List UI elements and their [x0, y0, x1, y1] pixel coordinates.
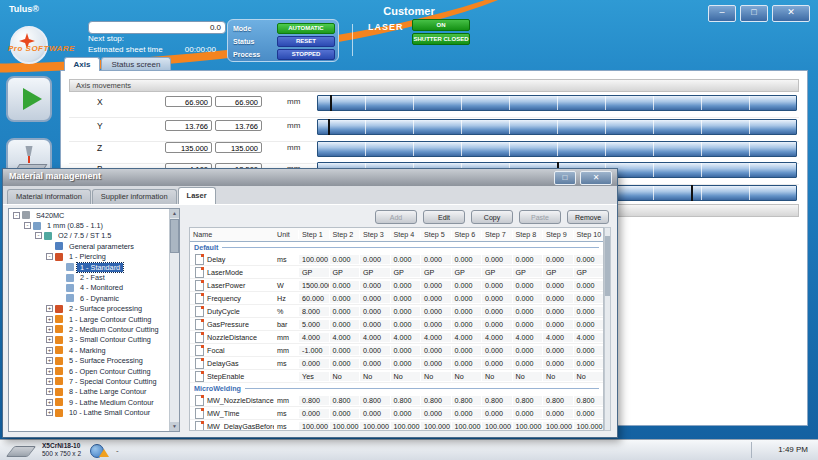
- step-value-cell[interactable]: No: [420, 372, 451, 381]
- step-value-cell[interactable]: 0.000: [359, 359, 390, 368]
- step-value-cell[interactable]: 0.000: [390, 281, 421, 290]
- step-value-cell[interactable]: 0.000: [512, 359, 543, 368]
- step-value-cell[interactable]: 4.000: [451, 333, 482, 342]
- step-value-cell[interactable]: 0.000: [359, 409, 390, 418]
- step-value-cell[interactable]: 0.000: [390, 255, 421, 264]
- step-value-cell[interactable]: 0.000: [542, 409, 573, 418]
- step-value-cell[interactable]: 0.000: [512, 409, 543, 418]
- axis-target-field[interactable]: 135.000: [215, 142, 262, 153]
- step-value-cell[interactable]: GP: [451, 268, 482, 277]
- step-value-cell[interactable]: GP: [512, 268, 543, 277]
- expand-icon[interactable]: +: [46, 326, 53, 333]
- step-value-cell[interactable]: 0.800: [298, 396, 329, 405]
- step-value-cell[interactable]: No: [390, 372, 421, 381]
- step-value-cell[interactable]: GP: [481, 268, 512, 277]
- collapse-icon[interactable]: -: [13, 212, 20, 219]
- step-value-cell[interactable]: 0.800: [512, 396, 543, 405]
- step-value-cell[interactable]: 0.000: [481, 320, 512, 329]
- axis-slider[interactable]: [317, 141, 797, 157]
- step-value-cell[interactable]: 0.000: [542, 307, 573, 316]
- step-value-cell[interactable]: 100.000: [298, 422, 329, 431]
- step-value-cell[interactable]: 100.000: [512, 422, 543, 431]
- step-value-cell[interactable]: No: [481, 372, 512, 381]
- step-value-cell[interactable]: 0.000: [329, 320, 360, 329]
- step-value-cell[interactable]: 0.000: [512, 255, 543, 264]
- step-value-cell[interactable]: 0.000: [573, 359, 604, 368]
- start-button[interactable]: [6, 76, 52, 122]
- step-value-cell[interactable]: 100.000: [420, 422, 451, 431]
- step-value-cell[interactable]: 4.000: [390, 333, 421, 342]
- dialog-close-button[interactable]: ✕: [580, 171, 612, 185]
- step-value-cell[interactable]: 0.000: [329, 346, 360, 355]
- step-value-cell[interactable]: 100.000: [481, 422, 512, 431]
- step-value-cell[interactable]: 0.000: [298, 409, 329, 418]
- tree-item[interactable]: +2 - Surface processing: [9, 304, 169, 314]
- dialog-titlebar[interactable]: Material management □✕: [3, 169, 617, 187]
- step-value-cell[interactable]: -1.000: [298, 346, 329, 355]
- expand-icon[interactable]: +: [46, 357, 53, 364]
- step-value-cell[interactable]: 4.000: [298, 333, 329, 342]
- step-value-cell[interactable]: 0.800: [420, 396, 451, 405]
- edit-button[interactable]: Edit: [423, 210, 465, 224]
- step-value-cell[interactable]: 0.000: [390, 409, 421, 418]
- collapse-icon[interactable]: -: [24, 222, 31, 229]
- tree-item[interactable]: +8 - Lathe Large Contour: [9, 387, 169, 397]
- tree-item[interactable]: 6 - Dynamic: [9, 293, 169, 303]
- restore-button[interactable]: □: [740, 5, 768, 22]
- collapse-icon[interactable]: -: [46, 253, 53, 260]
- step-value-cell[interactable]: 0.000: [542, 255, 573, 264]
- tree-item[interactable]: +1 - Large Contour Cutting: [9, 314, 169, 324]
- step-value-cell[interactable]: 0.000: [481, 346, 512, 355]
- step-value-cell[interactable]: 0.000: [542, 346, 573, 355]
- step-value-cell[interactable]: 0.000: [481, 359, 512, 368]
- tree-item[interactable]: +10 - Lathe Small Contour: [9, 407, 169, 417]
- step-value-cell[interactable]: 5.000: [298, 320, 329, 329]
- expand-icon[interactable]: +: [46, 399, 53, 406]
- axis-position-field[interactable]: 13.766: [165, 120, 212, 131]
- tree-item[interactable]: +2 - Medium Contour Cutting: [9, 324, 169, 334]
- step-value-cell[interactable]: 0.000: [451, 294, 482, 303]
- step-value-cell[interactable]: 100.000: [359, 422, 390, 431]
- tab-status-screen[interactable]: Status screen: [101, 57, 171, 71]
- step-value-cell[interactable]: 0.000: [359, 307, 390, 316]
- step-value-cell[interactable]: GP: [329, 268, 360, 277]
- tree-item[interactable]: -O2 / 7.5 / ST 1.5: [9, 231, 169, 241]
- tree-scrollbar[interactable]: ▲ ▼: [169, 209, 179, 431]
- step-value-cell[interactable]: 0.800: [359, 396, 390, 405]
- step-value-cell[interactable]: 0.000: [512, 294, 543, 303]
- expand-icon[interactable]: +: [46, 305, 53, 312]
- expand-icon[interactable]: +: [46, 378, 53, 385]
- step-value-cell[interactable]: 0.800: [451, 396, 482, 405]
- step-value-cell[interactable]: 0.000: [512, 320, 543, 329]
- tree-item[interactable]: -S420MC: [9, 210, 169, 220]
- step-value-cell[interactable]: 0.000: [390, 294, 421, 303]
- step-value-cell[interactable]: 4.000: [512, 333, 543, 342]
- copy-button[interactable]: Copy: [471, 210, 513, 224]
- step-value-cell[interactable]: 0.000: [420, 255, 451, 264]
- step-value-cell[interactable]: 0.000: [329, 307, 360, 316]
- step-value-cell[interactable]: GP: [390, 268, 421, 277]
- step-value-cell[interactable]: 0.000: [420, 409, 451, 418]
- tree-item[interactable]: -1 mm (0.85 - 1.1): [9, 220, 169, 230]
- dialog-tab-laser[interactable]: Laser: [178, 187, 216, 204]
- step-value-cell[interactable]: 4.000: [573, 333, 604, 342]
- step-value-cell[interactable]: 4.000: [481, 333, 512, 342]
- tree-item[interactable]: +7 - Special Contour Cutting: [9, 376, 169, 386]
- expand-icon[interactable]: +: [46, 368, 53, 375]
- step-value-cell[interactable]: 0.000: [512, 346, 543, 355]
- step-value-cell[interactable]: 0.000: [359, 281, 390, 290]
- dialog-tab-supplier-information[interactable]: Supplier information: [92, 189, 177, 204]
- program-value-field[interactable]: 0.0: [88, 21, 226, 34]
- step-value-cell[interactable]: 0.000: [542, 359, 573, 368]
- step-value-cell[interactable]: 100.000: [298, 255, 329, 264]
- axis-slider[interactable]: [317, 95, 797, 111]
- axis-position-field[interactable]: 135.000: [165, 142, 212, 153]
- axis-target-field[interactable]: 13.766: [215, 120, 262, 131]
- step-value-cell[interactable]: 0.000: [420, 281, 451, 290]
- step-value-cell[interactable]: 100.000: [390, 422, 421, 431]
- remove-button[interactable]: Remove: [567, 210, 609, 224]
- step-value-cell[interactable]: 0.800: [542, 396, 573, 405]
- step-value-cell[interactable]: 100.000: [542, 422, 573, 431]
- step-value-cell[interactable]: 1500.000: [298, 281, 329, 290]
- step-value-cell[interactable]: 0.000: [481, 307, 512, 316]
